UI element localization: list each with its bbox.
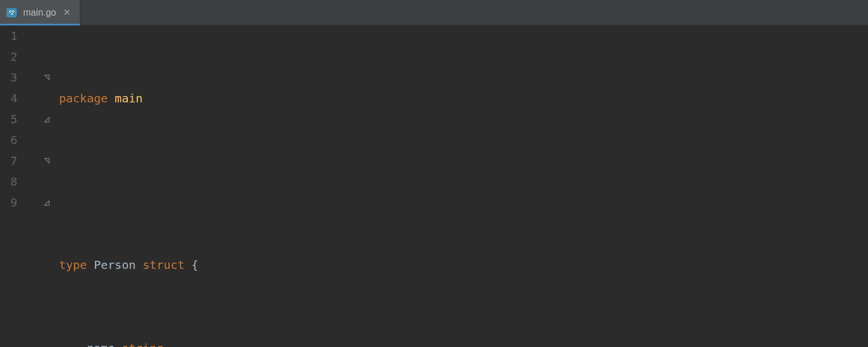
fold-gutter: [43, 25, 51, 347]
code-line[interactable]: package main: [51, 88, 868, 109]
tab-bar: main.go ✕: [0, 0, 868, 25]
file-tab-label: main.go: [23, 8, 56, 18]
line-number: 4: [0, 88, 17, 109]
line-number-gutter[interactable]: 1 2 3 4 5 6 7 8 9: [0, 25, 27, 347]
code-line[interactable]: name string: [51, 338, 868, 347]
code-line[interactable]: [51, 171, 868, 192]
package-name: main: [115, 91, 142, 105]
gutter-gap: [27, 25, 43, 347]
open-brace: {: [192, 258, 198, 272]
keyword-struct: struct: [143, 258, 185, 272]
code-area[interactable]: package main type Person struct { name s…: [51, 25, 868, 347]
line-number: 9: [0, 192, 17, 213]
line-number: 1: [0, 25, 17, 46]
field-name: name: [87, 341, 115, 347]
line-number: 8: [0, 171, 17, 192]
go-file-icon: [6, 7, 17, 19]
code-line[interactable]: type Person struct {: [51, 254, 868, 275]
field-type: string: [122, 341, 163, 347]
line-number: 6: [0, 130, 17, 150]
type-name: Person: [94, 258, 135, 272]
svg-point-4: [13, 11, 14, 12]
fold-open-icon[interactable]: [44, 158, 50, 164]
fold-close-icon[interactable]: [44, 116, 50, 123]
fold-close-icon[interactable]: [44, 200, 50, 206]
keyword-package: package: [59, 91, 108, 105]
line-number: 5: [0, 109, 17, 130]
line-number: 7: [0, 150, 17, 171]
line-number: 2: [0, 46, 17, 67]
fold-open-icon[interactable]: [44, 75, 50, 81]
svg-point-3: [10, 11, 12, 12]
file-tab-main-go[interactable]: main.go ✕: [0, 0, 80, 25]
svg-rect-5: [11, 13, 13, 14]
line-number: 3: [0, 67, 17, 88]
editor: 1 2 3 4 5 6 7 8 9: [0, 25, 868, 347]
close-tab-button[interactable]: ✕: [62, 7, 72, 19]
svg-rect-0: [6, 8, 17, 17]
keyword-type: type: [59, 258, 87, 272]
